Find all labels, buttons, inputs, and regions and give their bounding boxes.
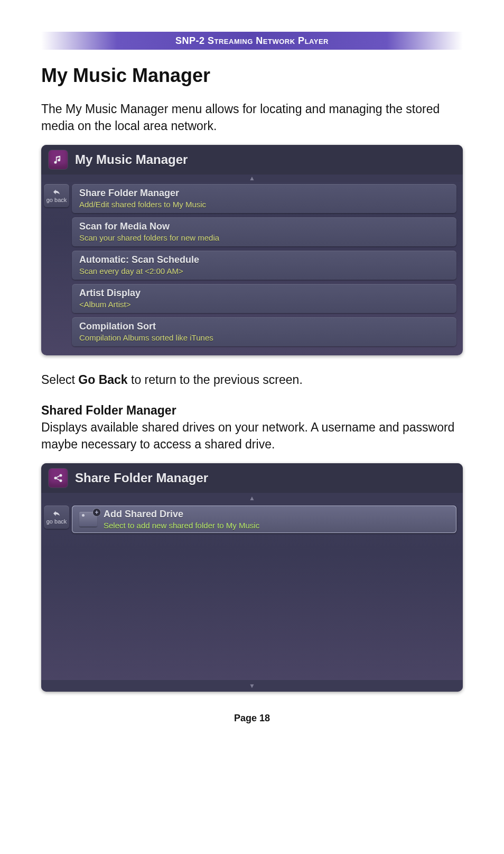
menu-item-subtitle: Scan your shared folders for new media: [79, 233, 449, 242]
undo-arrow-icon: [52, 510, 61, 517]
panel-titlebar: My Music Manager: [41, 145, 463, 175]
menu-item-title: Compilation Sort: [79, 321, 449, 332]
doc-header-bar: SNP-2 Streaming Network Player: [41, 32, 463, 50]
my-music-manager-panel: My Music Manager ▲ go back Share Folder …: [41, 145, 463, 355]
doc-header-title: SNP-2 Streaming Network Player: [175, 35, 329, 47]
svg-point-1: [60, 474, 62, 476]
page-number: Page 18: [41, 713, 463, 724]
text-fragment: Select: [41, 373, 78, 387]
menu-item-title: Automatic: Scan Schedule: [79, 254, 449, 265]
menu-item-title: Scan for Media Now: [79, 221, 449, 232]
undo-arrow-icon: [52, 188, 61, 196]
drive-plus-icon: +: [79, 512, 97, 527]
menu-item-subtitle: <Album Artist>: [79, 300, 449, 309]
go-back-label: go back: [46, 197, 67, 203]
scroll-up-indicator: ▲: [41, 493, 463, 503]
share-icon: [49, 469, 68, 488]
page-heading: My Music Manager: [41, 65, 463, 87]
music-note-icon: [49, 150, 68, 169]
menu-item-subtitle: Scan every day at <2:00 AM>: [79, 267, 449, 276]
text-bold: Go Back: [78, 373, 127, 387]
menu-item-artist-display[interactable]: Artist Display <Album Artist>: [72, 284, 456, 313]
menu-item-scan-media-now[interactable]: Scan for Media Now Scan your shared fold…: [72, 217, 456, 246]
menu-item-subtitle: Compilation Albums sorted like iTunes: [79, 333, 449, 342]
menu-item-compilation-sort[interactable]: Compilation Sort Compilation Albums sort…: [72, 317, 456, 346]
text-fragment: to return to the previous screen.: [128, 373, 303, 387]
panel-titlebar: Share Folder Manager: [41, 463, 463, 493]
share-folder-manager-panel: Share Folder Manager ▲ go back + Add Sha…: [41, 463, 463, 692]
menu-item-share-folder-manager[interactable]: Share Folder Manager Add/Edit shared fol…: [72, 184, 456, 213]
go-back-button[interactable]: go back: [44, 184, 69, 207]
chevron-up-icon: ▲: [249, 494, 255, 502]
scroll-up-indicator: ▲: [41, 175, 463, 182]
intro-paragraph: The My Music Manager menu allows for loc…: [41, 100, 463, 134]
menu-item-title: Add Shared Drive: [104, 509, 449, 520]
subsection-body: Displays available shared drives on your…: [41, 419, 463, 453]
menu-item-title: Share Folder Manager: [79, 188, 449, 199]
panel-title: My Music Manager: [75, 152, 188, 167]
go-back-label: go back: [46, 518, 67, 525]
panel-title: Share Folder Manager: [75, 471, 208, 485]
go-back-button[interactable]: go back: [44, 506, 69, 529]
chevron-up-icon: ▲: [249, 175, 255, 182]
scroll-down-indicator: ▼: [41, 680, 463, 692]
menu-item-add-shared-drive[interactable]: + Add Shared Drive Select to add new sha…: [72, 506, 456, 533]
menu-item-subtitle: Select to add new shared folder to My Mu…: [104, 521, 449, 530]
go-back-instruction: Select Go Back to return to the previous…: [41, 371, 463, 388]
menu-item-subtitle: Add/Edit shared folders to My Music: [79, 200, 449, 209]
menu-item-title: Artist Display: [79, 288, 449, 299]
menu-item-scan-schedule[interactable]: Automatic: Scan Schedule Scan every day …: [72, 251, 456, 280]
subsection-heading: Shared Folder Manager: [41, 403, 463, 418]
chevron-down-icon: ▼: [249, 682, 255, 690]
svg-point-2: [60, 479, 62, 482]
